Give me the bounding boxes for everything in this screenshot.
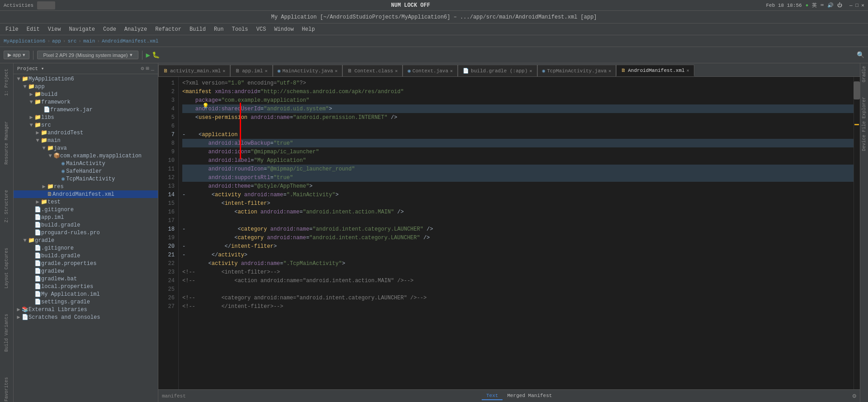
line-num-5: 5 [158,113,175,122]
tab-close[interactable]: ✕ [223,68,225,74]
tab-icon: 🗎 [163,68,168,74]
menu-refactor[interactable]: Refactor [152,25,185,33]
tree-arrow: ▼ [22,237,28,244]
device-file-label[interactable]: Device File Explorer [861,94,868,154]
breadcrumb-project[interactable]: MyApplication6 [4,38,45,44]
tree-mainactivity[interactable]: ◉ MainActivity [14,160,158,167]
tab-mainactivity[interactable]: ◉ MainActivity.java ✕ [273,65,343,76]
gradle-label[interactable]: Gradle [861,63,868,85]
tab-close[interactable]: ✕ [395,68,398,74]
menu-window[interactable]: Window [270,25,297,33]
external-libs-icon: 📚 [22,306,28,313]
red-indicator-line [240,103,241,159]
menu-build[interactable]: Build [186,25,209,33]
tab-close[interactable]: ✕ [530,68,532,74]
menu-navigate[interactable]: Navigate [65,25,99,33]
tree-framework[interactable]: ▼ 📁 framework [14,98,158,106]
sidebar-project-label[interactable]: 1: Project [3,67,10,98]
breadcrumb-app[interactable]: app [52,38,61,44]
menu-edit[interactable]: Edit [23,25,43,33]
menu-analyze[interactable]: Analyze [121,25,151,33]
tree-gradle-folder[interactable]: ▼ 📁 gradle [14,236,158,244]
tab-tcpmainactivity[interactable]: ◉ TcpMainActivity.java ✕ [537,65,617,76]
sidebar-resource-label[interactable]: Resource Manager [3,119,10,166]
tree-build-gradle-root[interactable]: 📄 build.gradle [14,252,158,260]
tree-app[interactable]: ▼ 📁 app [14,83,158,90]
tab-app-iml[interactable]: 🗎 app.iml ✕ [230,65,272,76]
tree-scratches[interactable]: ▶ 📄 Scratches and Consoles [14,313,158,321]
tree-label: MainActivity [66,161,105,167]
breadcrumb-main[interactable]: main [83,38,95,44]
code-text: activity [218,252,244,258]
sidebar-favorites-label[interactable]: 2: Favorites [3,375,10,402]
tab-context-class[interactable]: 🗎 Context.class ✕ [342,65,403,76]
breadcrumb-file[interactable]: AndroidManifest.xml [102,38,158,44]
code-text [182,166,209,172]
tree-settings-gradle[interactable]: 📄 settings.gradle [14,298,158,306]
layout-icon[interactable]: ⊞ [146,65,149,72]
tab-text[interactable]: Text [482,392,503,400]
breadcrumb-src[interactable]: src [67,38,76,44]
tab-close[interactable]: ✕ [608,68,611,74]
tree-app-iml[interactable]: 📄 app.iml [14,213,158,221]
tab-androidmanifest[interactable]: 🗎 AndroidManifest.xml ✕ [616,65,694,76]
scrollbar-gutter[interactable] [854,77,860,389]
menu-bar[interactable]: File Edit View Navigate Code Analyze Ref… [0,24,868,35]
settings-icon[interactable]: ⚙ [141,65,144,72]
tree-java[interactable]: ▼ 📁 java [14,144,158,152]
tree-package[interactable]: ▼ 📦 com.example.myapplication [14,152,158,160]
tree-gradlew[interactable]: 📄 gradlew [14,267,158,275]
tree-build-gradle-app[interactable]: 📄 build.gradle [14,221,158,229]
tab-activity-main[interactable]: 🗎 activity_main.xml ✕ [158,65,230,76]
tree-androidtest[interactable]: ▶ 📁 androidTest [14,129,158,137]
lightbulb-icon[interactable]: 💡 [202,103,209,109]
tab-close[interactable]: ✕ [265,68,267,74]
tree-gitignore-app[interactable]: 📄 .gitignore [14,206,158,213]
code-content[interactable]: 💡 <?xml version="1.0" encoding="utf-8"?>… [179,77,854,389]
code-text: android:name [267,235,306,241]
sidebar-build-label[interactable]: Build Variants [3,312,10,354]
sidebar-structure-label[interactable]: Z: Structure [3,188,10,224]
tree-res[interactable]: ▶ 📁 res [14,183,158,190]
code-editor: 1 2 3 4 5 6 7 8 9 10 11 12 13 14 15 16 1… [158,77,860,389]
tree-proguard[interactable]: 📄 proguard-rules.pro [14,229,158,236]
menu-file[interactable]: File [2,25,22,33]
tree-framework-jar[interactable]: 📄 framework.jar [14,106,158,114]
tree-src[interactable]: ▼ 📁 src [14,121,158,129]
device-dropdown[interactable]: Pixel 2 API 29 (Missing system image) ▾ [37,51,138,59]
tab-close[interactable]: ✕ [687,68,689,73]
tab-merged[interactable]: Merged Manifest [503,392,556,400]
tree-myapp-iml[interactable]: 📄 My Application.iml [14,290,158,298]
tree-gitignore-root[interactable]: 📄 .gitignore [14,244,158,252]
hide-icon[interactable]: _ [151,65,154,72]
tree-androidmanifest[interactable]: 🗎 AndroidManifest.xml [14,190,158,198]
tree-myapplication6[interactable]: ▼ 📁 MyApplication6 [14,75,158,83]
tree-build[interactable]: ▶ 📁 build [14,90,158,98]
tree-libs[interactable]: ▶ 📁 libs [14,114,158,121]
tree-test[interactable]: ▶ 📁 test [14,198,158,206]
run-button[interactable]: ▶ [146,51,151,60]
tree-safehandler[interactable]: ◉ SafeHandler [14,167,158,175]
tree-gradle-properties[interactable]: 📄 gradle.properties [14,260,158,267]
menu-vcs[interactable]: VCS [253,25,270,33]
menu-view[interactable]: View [44,25,65,33]
menu-run[interactable]: Run [210,25,228,33]
debug-button[interactable]: 🐛 [152,51,160,59]
menu-code[interactable]: Code [100,25,120,33]
tree-local-properties[interactable]: 📄 local.properties [14,283,158,290]
settings-bottom-icon[interactable]: ⚙ [853,392,856,400]
tab-close[interactable]: ✕ [450,68,453,74]
menu-help[interactable]: Help [298,25,318,33]
search-toolbar-icon[interactable]: 🔍 [857,51,864,59]
tree-tcpmainactivity[interactable]: ◉ TcpMainActivity [14,175,158,183]
tab-close[interactable]: ✕ [335,68,337,74]
menu-tools[interactable]: Tools [228,25,252,33]
tree-gradlew-bat[interactable]: 📄 gradlew.bat [14,275,158,283]
tab-context-java[interactable]: ◉ Context.java ✕ [403,65,458,76]
config-dropdown[interactable]: ▶ app ▾ [4,51,29,59]
tab-build-gradle[interactable]: 📄 build.gradle (:app) ✕ [458,65,537,76]
tree-external-libs[interactable]: ▶ 📚 External Libraries [14,306,158,313]
folder-icon: 📁 [22,76,28,82]
tree-main[interactable]: ▼ 📁 main [14,137,158,144]
sidebar-layout-label[interactable]: Layout Captures [3,246,10,290]
